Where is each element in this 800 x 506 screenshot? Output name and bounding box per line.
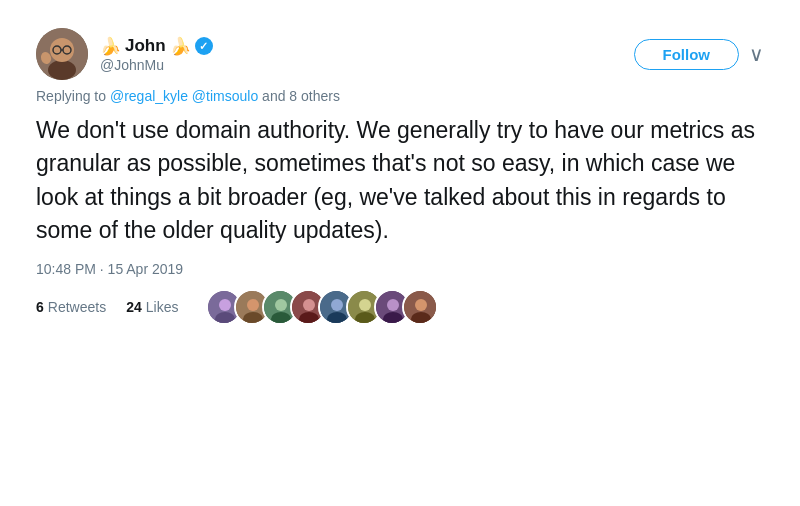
svg-point-29 <box>415 299 427 311</box>
follow-button[interactable]: Follow <box>634 39 740 70</box>
svg-point-17 <box>303 299 315 311</box>
retweets-count: 6 <box>36 299 44 315</box>
emoji-right: 🍌 <box>170 36 191 57</box>
tweet-text: We don't use domain authority. We genera… <box>36 114 764 247</box>
svg-point-23 <box>359 299 371 311</box>
avatar <box>36 28 88 80</box>
avatar-image <box>36 28 88 80</box>
svg-point-1 <box>48 60 76 80</box>
tweet-header: 🍌 John 🍌 ✓ @JohnMu Follow ∨ <box>36 28 764 80</box>
tweet-timestamp: 10:48 PM · 15 Apr 2019 <box>36 261 764 277</box>
emoji-left: 🍌 <box>100 36 121 57</box>
reply-user-1[interactable]: @regal_kyle <box>110 88 188 104</box>
retweets-label: Retweets <box>48 299 106 315</box>
svg-point-20 <box>331 299 343 311</box>
svg-point-14 <box>275 299 287 311</box>
liker-avatar-8 <box>402 289 438 325</box>
retweets-stat: 6 Retweets <box>36 299 106 315</box>
reply-user-2[interactable]: @timsoulo <box>192 88 258 104</box>
chevron-down-icon[interactable]: ∨ <box>749 42 764 66</box>
svg-point-11 <box>247 299 259 311</box>
likes-count: 24 <box>126 299 142 315</box>
tweet-stats-row: 6 Retweets 24 Likes <box>36 289 764 325</box>
user-handle: @JohnMu <box>100 57 213 73</box>
reply-suffix: and 8 others <box>262 88 340 104</box>
svg-point-26 <box>387 299 399 311</box>
reply-prefix: Replying to <box>36 88 106 104</box>
user-name-row: 🍌 John 🍌 ✓ <box>100 36 213 57</box>
tweet-card: 🍌 John 🍌 ✓ @JohnMu Follow ∨ Replying to … <box>20 16 780 341</box>
likes-label: Likes <box>146 299 179 315</box>
verified-badge: ✓ <box>195 37 213 55</box>
tweet-header-left: 🍌 John 🍌 ✓ @JohnMu <box>36 28 213 80</box>
reply-to: Replying to @regal_kyle @timsoulo and 8 … <box>36 88 764 104</box>
svg-point-8 <box>219 299 231 311</box>
likes-stat: 24 Likes <box>126 299 178 315</box>
user-info: 🍌 John 🍌 ✓ @JohnMu <box>100 36 213 73</box>
display-name: John <box>125 36 166 56</box>
tweet-header-right: Follow ∨ <box>634 39 765 70</box>
likers-avatars <box>206 289 438 325</box>
